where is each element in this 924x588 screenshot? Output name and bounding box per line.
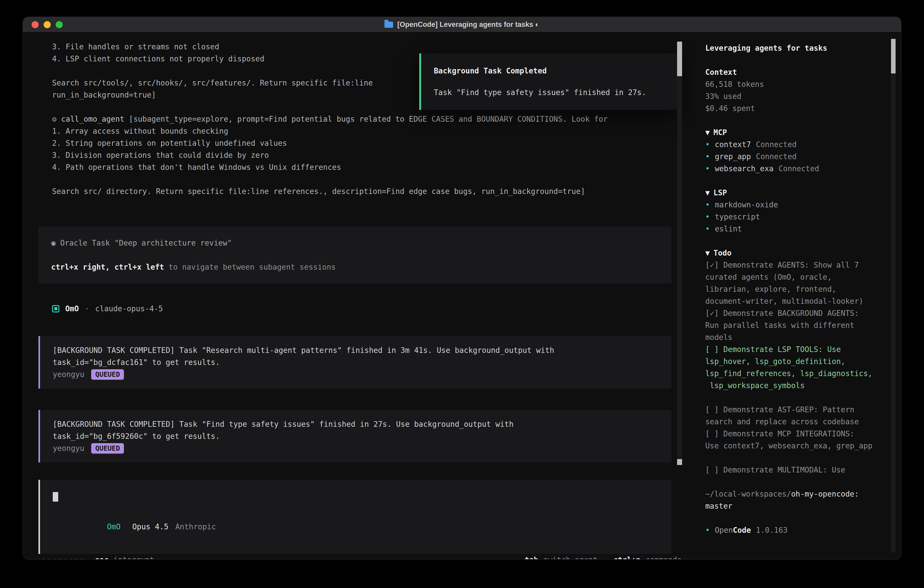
mcp-name: grep_app: [715, 150, 751, 163]
gear-icon: ⚙: [52, 115, 57, 124]
tool-call-line: ⚙ call_omo_agent [subagent_type=explore,…: [52, 113, 695, 125]
esc-key-hint: esc: [95, 554, 109, 560]
notification-toast[interactable]: Background Task Completed Task "Find typ…: [419, 53, 681, 110]
bullet-icon: •: [705, 524, 710, 536]
context-spent: $0.46 spent: [705, 102, 874, 114]
workspace-prefix: ~/local-workspaces/: [705, 489, 791, 499]
esc-key-label: interrupt: [114, 554, 154, 560]
message-meta: yeongyu QUEUED: [53, 442, 659, 454]
brand-code: Code: [733, 524, 751, 536]
mcp-heading: MCP: [713, 128, 727, 137]
model-selector[interactable]: OmOOpus 4.5Anthropic: [53, 509, 659, 545]
todo-item: [ ] Demonstrate AST-GREP: Pattern search…: [705, 404, 874, 428]
status-bar: •••••••• esc interrupt tab switch agent …: [23, 554, 695, 560]
oracle-hint-line: ctrl+x right, ctrl+x left to navigate be…: [51, 261, 659, 273]
terminal-pane[interactable]: 3. File handles or streams not closed 4.…: [23, 33, 695, 559]
terminal-line: 1. Array access without bounds checking: [52, 125, 695, 137]
agent-header: OmO · claude-opus-4-5: [23, 303, 695, 315]
record-icon: ◉: [51, 238, 56, 248]
todo-item: [ ] Demonstrate MCP INTEGRATIONS: Use co…: [705, 428, 874, 452]
sidebar-scrollbar[interactable]: [891, 39, 896, 553]
tab-key-hint: tab: [525, 554, 538, 560]
mcp-name: websearch_exa: [715, 163, 774, 175]
minimize-button[interactable]: [44, 21, 51, 28]
sidebar: Leveraging agents for tasks Context 66,5…: [695, 33, 901, 559]
app-version: •OpenCode1.0.163: [705, 524, 874, 536]
spacer: [434, 77, 672, 86]
bullet-icon: •: [705, 163, 710, 175]
input-model-name: Opus 4.5: [132, 522, 168, 531]
agent-model: claude-opus-4-5: [95, 303, 163, 315]
message-line: task_id="bg_6f59260c" to get results.: [53, 430, 659, 442]
status-left: •••••••• esc interrupt: [42, 554, 154, 560]
message-line: [BACKGROUND TASK COMPLETED] Task "Resear…: [53, 344, 659, 356]
context-used: 33% used: [705, 90, 874, 102]
close-button[interactable]: [31, 21, 39, 28]
opencode-window: [OpenCode] Leveraging agents for tasks ◐…: [23, 17, 901, 560]
keybinding-text: ctrl+x right, ctrl+x left: [51, 263, 164, 271]
input-agent-name: OmO: [107, 522, 120, 531]
todo-item: [✓] Demonstrate BACKGROUND AGENTS: Run p…: [705, 307, 874, 344]
lsp-item: •markdown-oxide: [705, 199, 874, 211]
chevron-down-icon: ▼: [705, 249, 710, 258]
brand-open: Open: [715, 524, 733, 536]
scrollbar-thumb[interactable]: [677, 459, 682, 465]
lsp-item: •typescript: [705, 211, 874, 223]
input-line[interactable]: [53, 490, 659, 502]
oracle-task-title: ◉ Oracle Task "Deep architecture review": [51, 237, 659, 249]
workspace-branch: master: [705, 500, 874, 512]
chevron-down-icon: ▼: [705, 188, 710, 197]
lsp-heading: LSP: [713, 188, 727, 197]
chevron-down-icon: ▼: [705, 128, 710, 137]
background-task-message: [BACKGROUND TASK COMPLETED] Task "Resear…: [38, 336, 672, 388]
message-meta: yeongyu QUEUED: [53, 368, 659, 380]
bullet-icon: •: [705, 139, 710, 150]
spacer: [53, 502, 659, 509]
terminal-line: 3. Division operations that could divide…: [52, 149, 695, 161]
titlebar[interactable]: [OpenCode] Leveraging agents for tasks ◐: [23, 17, 901, 33]
desktop-background: [OpenCode] Leveraging agents for tasks ◐…: [0, 0, 924, 588]
todo-item: [ ] Demonstrate MULTIMODAL: Use: [705, 464, 874, 476]
input-provider-name: Anthropic: [175, 522, 216, 531]
terminal-line: [52, 173, 695, 185]
ctrlp-key-label: commands: [645, 554, 681, 560]
message-line: [BACKGROUND TASK COMPLETED] Task "Find t…: [53, 418, 659, 430]
todo-heading: Todo: [713, 249, 731, 258]
tab-key-label: switch agent: [543, 554, 597, 560]
scrollbar-thumb[interactable]: [677, 41, 682, 76]
workspace-path: ~/local-workspaces/oh-my-opencode:: [705, 488, 874, 500]
tool-name: call_omo_agent: [57, 115, 124, 124]
window-title: [OpenCode] Leveraging agents for tasks ◐: [384, 20, 539, 29]
version-number: 1.0.163: [756, 524, 787, 536]
status-right: tab switch agent ctrl+p commands: [525, 554, 681, 560]
mcp-item: •grep_appConnected: [705, 150, 874, 163]
lsp-section-toggle[interactable]: ▼LSP: [705, 187, 874, 199]
terminal-line: 3. File handles or streams not closed: [52, 41, 695, 53]
message-line: task_id="bg_dcfac161" to get results.: [53, 356, 659, 368]
toast-body: Task "Find type safety issues" finished …: [434, 86, 672, 99]
lsp-name: markdown-oxide: [715, 199, 778, 211]
tool-args: [subagent_type=explore, prompt=Find pote…: [124, 115, 608, 124]
mcp-item: •websearch_exaConnected: [705, 163, 874, 175]
bullet-icon: •: [705, 150, 710, 163]
scrollbar-thumb[interactable]: [891, 39, 896, 73]
oracle-task-label: Oracle Task "Deep architecture review": [56, 238, 232, 248]
session-title: Leveraging agents for tasks: [705, 42, 874, 54]
lsp-name: eslint: [715, 223, 742, 235]
toast-title: Background Task Completed: [434, 65, 672, 77]
spinner-dots-icon: ••••••••: [42, 554, 86, 560]
window-content: 3. File handles or streams not closed 4.…: [23, 33, 901, 559]
main-scrollbar[interactable]: [677, 41, 682, 465]
zoom-button[interactable]: [56, 21, 63, 28]
bullet-icon: •: [705, 211, 710, 223]
workspace-repo: oh-my-opencode:: [791, 489, 859, 499]
mcp-item: •context7Connected: [705, 139, 874, 150]
mcp-status: Connected: [756, 139, 797, 150]
prompt-input[interactable]: OmOOpus 4.5Anthropic: [38, 480, 672, 554]
agent-name: OmO: [65, 303, 79, 315]
lsp-item: •eslint: [705, 223, 874, 235]
mcp-section-toggle[interactable]: ▼MCP: [705, 126, 874, 139]
todo-section-toggle[interactable]: ▼Todo: [705, 247, 874, 259]
window-title-text: [OpenCode] Leveraging agents for tasks ◐: [397, 20, 539, 29]
keybinding-hint: to navigate between subagent sessions: [164, 263, 336, 271]
